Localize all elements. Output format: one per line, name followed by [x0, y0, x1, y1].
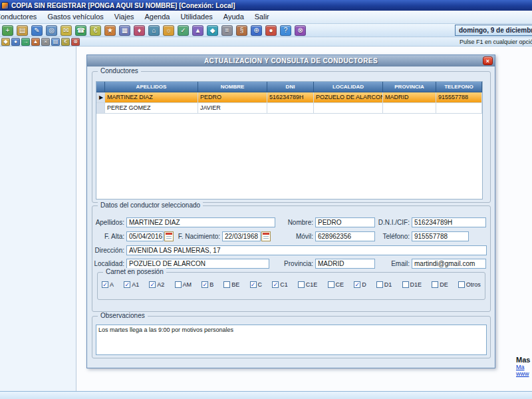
license-be[interactable]: BE: [223, 281, 239, 288]
telefono-input[interactable]: 915557788: [412, 231, 469, 241]
license-c[interactable]: ✓C: [250, 281, 263, 288]
checkbox-otros-icon[interactable]: [458, 281, 465, 288]
document-icon[interactable]: ▤: [51, 38, 60, 46]
menu-item-viajes[interactable]: Viajes: [109, 11, 140, 23]
add-icon[interactable]: +: [2, 25, 13, 36]
close-app-icon[interactable]: ⊗: [71, 38, 80, 46]
fnacimiento-calendar-icon[interactable]: [261, 231, 271, 241]
falta-input[interactable]: 05/04/2016: [126, 231, 164, 241]
checkbox-a1-icon[interactable]: ✓: [124, 281, 130, 288]
dni-input[interactable]: 516234789H: [412, 217, 486, 227]
nombre-input[interactable]: PEDRO: [315, 217, 375, 227]
email-input[interactable]: martindi@gmail.com: [412, 259, 486, 269]
checkbox-b-icon[interactable]: ✓: [201, 281, 208, 288]
footer-link-2[interactable]: www: [516, 370, 532, 377]
grid-column-telefono[interactable]: TELEFONO: [436, 82, 482, 92]
add-round-icon[interactable]: ⊕: [251, 25, 262, 36]
license-ce[interactable]: CE: [328, 281, 344, 288]
table-row[interactable]: ▶MARTINEZ DIAZPEDRO516234789HPOZUELO DE …: [96, 92, 482, 103]
license-a2[interactable]: ✓A2: [149, 281, 164, 288]
table-row[interactable]: PEREZ GOMEZJAVIER: [96, 103, 482, 114]
grid-column-provincia[interactable]: PROVINCIA: [383, 82, 436, 92]
search-icon[interactable]: ◎: [46, 25, 57, 36]
grid-icon[interactable]: ▦: [119, 25, 130, 36]
sun-icon[interactable]: ☼: [163, 25, 174, 36]
direccion-input[interactable]: AVENIDA LAS PALMERAS, 17: [126, 245, 487, 255]
edit-icon[interactable]: ✎: [31, 25, 43, 36]
license-label: Otros: [466, 281, 481, 288]
license-d1[interactable]: D1: [376, 281, 392, 288]
license-b[interactable]: ✓B: [201, 281, 213, 288]
grid-column-dni[interactable]: DNI: [267, 82, 314, 92]
fnacimiento-input[interactable]: 22/03/1968: [222, 231, 261, 241]
exit-icon[interactable]: ⊗: [295, 25, 306, 36]
menu-item-gastos-veh-culos[interactable]: Gastos vehículos: [42, 11, 108, 23]
checkbox-be-icon[interactable]: [223, 281, 230, 288]
home-icon[interactable]: ⌂: [148, 25, 160, 36]
license-a[interactable]: ✓A: [102, 281, 114, 288]
license-d1e[interactable]: D1E: [402, 281, 422, 288]
checkbox-a2-icon[interactable]: ✓: [149, 281, 156, 288]
license-c1[interactable]: ✓C1: [272, 281, 288, 288]
license-d[interactable]: ✓D: [354, 281, 366, 288]
grid-column-apellidos[interactable]: APELLIDOS: [105, 82, 198, 92]
checkbox-d1-icon[interactable]: [376, 281, 383, 288]
footer-link-1[interactable]: Ma: [516, 364, 532, 370]
menu-item-conductores[interactable]: Conductores: [0, 11, 42, 23]
menu-icon[interactable]: ≡: [221, 25, 233, 36]
driver-icon[interactable]: ●: [11, 38, 20, 46]
fuel-icon[interactable]: ▲: [31, 38, 40, 46]
settings-icon[interactable]: §: [236, 25, 247, 36]
localidad-input[interactable]: POZUELO DE ALARCON: [126, 259, 269, 269]
gem-icon[interactable]: ◆: [207, 25, 218, 36]
license-a1[interactable]: ✓A1: [124, 281, 139, 288]
provincia-input[interactable]: MADRID: [315, 259, 375, 269]
observaciones-textarea[interactable]: Los martes llega a las 9:00 por motivos …: [96, 325, 487, 355]
route-icon[interactable]: →: [21, 38, 30, 46]
chart-icon[interactable]: ▲: [192, 25, 203, 36]
checkbox-d1e-icon[interactable]: [402, 281, 409, 288]
menu-item-ayuda[interactable]: Ayuda: [218, 11, 249, 23]
checkbox-de-icon[interactable]: [432, 281, 438, 288]
footer-links: Mas Ma www: [516, 356, 532, 377]
menu-item-utilidades[interactable]: Utilidades: [175, 11, 217, 23]
delete-icon[interactable]: ×: [41, 38, 50, 46]
favorites-icon[interactable]: ★: [104, 25, 116, 36]
checkbox-ce-icon[interactable]: [328, 281, 334, 288]
license-otros[interactable]: Otros: [458, 281, 481, 288]
license-c1e[interactable]: C1E: [298, 281, 318, 288]
euro-icon[interactable]: €: [90, 25, 101, 36]
apellidos-input[interactable]: MARTINEZ DIAZ: [126, 217, 275, 227]
mail-icon[interactable]: ✉: [61, 25, 72, 36]
diamond-icon[interactable]: ♦: [134, 25, 145, 36]
checkbox-c1e-icon[interactable]: [298, 281, 305, 288]
checkbox-a-icon[interactable]: ✓: [102, 281, 108, 288]
license-am[interactable]: AM: [175, 281, 192, 288]
direccion-label: Dirección:: [92, 247, 124, 254]
datos-group-label: Datos del conductor seleccionado: [98, 201, 203, 209]
conductores-grid[interactable]: APELLIDOSNOMBREDNILOCALIDADPROVINCIATELE…: [96, 81, 483, 200]
phone-icon[interactable]: ☎: [75, 25, 86, 36]
nombre-label: Nombre:: [287, 219, 313, 226]
grid-cell: MADRID: [383, 92, 436, 103]
row-selector: ▶: [96, 92, 105, 103]
record-icon[interactable]: ●: [265, 25, 277, 36]
checkbox-am-icon[interactable]: [175, 281, 182, 288]
grid-column-localidad[interactable]: LOCALIDAD: [314, 82, 383, 92]
checkbox-c1-icon[interactable]: ✓: [272, 281, 279, 288]
money-icon[interactable]: €: [61, 38, 70, 46]
vehicle-icon[interactable]: ◆: [1, 38, 10, 46]
license-de[interactable]: DE: [432, 281, 448, 288]
menu-item-agenda[interactable]: Agenda: [140, 11, 176, 23]
grid-column-nombre[interactable]: NOMBRE: [198, 82, 267, 92]
menu-item-salir[interactable]: Salir: [249, 11, 275, 23]
dialog-title-bar[interactable]: ACTUALIZACION Y CONSULTA DE CONDUCTORES: [87, 55, 495, 66]
close-icon[interactable]: ×: [483, 57, 493, 65]
menu-bar: ConductoresGastos vehículosViajesAgendaU…: [0, 11, 532, 24]
folder-icon[interactable]: ▤: [17, 25, 28, 36]
checkbox-d-icon[interactable]: ✓: [354, 281, 360, 288]
checkbox-c-icon[interactable]: ✓: [250, 281, 257, 288]
check-icon[interactable]: ✓: [178, 25, 189, 36]
movil-input[interactable]: 628962356: [315, 231, 375, 241]
help-icon[interactable]: ?: [280, 25, 291, 36]
